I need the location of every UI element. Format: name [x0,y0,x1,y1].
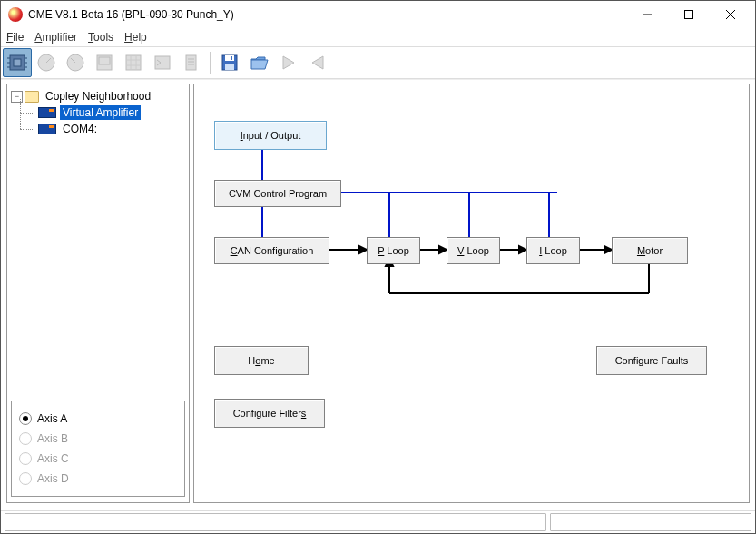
axis-a[interactable]: Axis A [19,409,177,429]
configure-faults-button[interactable]: Configure Faults [596,346,707,375]
radio-off-icon [19,432,32,445]
svg-rect-23 [155,56,170,69]
axis-b: Axis B [19,429,177,449]
home-button[interactable]: Home [214,346,309,375]
tree-root-label: Copley Neighborhood [43,89,153,104]
status-slot-2 [550,513,751,531]
toolbar-scope-icon [119,48,148,77]
port-icon [38,124,56,134]
toolbar-play-icon [273,48,302,77]
svg-rect-33 [231,56,232,60]
axis-d: Axis D [19,469,177,489]
device-tree[interactable]: − Copley Neighborhood Virtual Amplifier … [7,84,189,395]
app-icon [8,7,23,22]
amplifier-icon [38,107,56,118]
tree-root[interactable]: − Copley Neighborhood [9,88,187,104]
svg-marker-41 [359,246,367,253]
block-can-config[interactable]: CAN Configuration [214,237,329,264]
toolbar-gauge2-icon [61,48,90,77]
toolbar-doc-icon [177,48,206,77]
block-cvm[interactable]: CVM Control Program [214,180,341,207]
folder-icon [25,91,39,103]
tree-item-com4[interactable]: COM4: [36,121,187,137]
axis-selector: Axis A Axis B Axis C Axis D [11,400,185,497]
block-motor[interactable]: Motor [612,237,688,264]
tree-item-label: Virtual Amplifier [60,105,141,120]
toolbar-open-icon[interactable] [244,48,273,77]
toolbar-back-icon [302,48,331,77]
svg-rect-17 [99,57,110,64]
maximize-button[interactable] [668,1,710,28]
status-slot-1 [5,513,546,531]
svg-rect-31 [225,55,234,61]
toolbar-save-icon[interactable] [215,48,244,77]
configure-filters-button[interactable]: Configure Filters [214,399,325,428]
menu-amplifier[interactable]: Amplifier [34,31,77,44]
axis-c: Axis C [19,449,177,469]
radio-off-icon [19,452,32,465]
menu-file[interactable]: File [6,31,24,44]
block-i-loop[interactable]: I Loop [526,237,580,264]
toolbar-separator [208,52,213,74]
status-bar [1,510,755,533]
svg-rect-26 [186,55,196,70]
toolbar-panel-icon [90,48,119,77]
svg-marker-43 [439,246,447,253]
svg-rect-5 [14,59,21,66]
tree-item-virtual-amplifier[interactable]: Virtual Amplifier [36,104,187,121]
close-button[interactable] [710,1,751,28]
window-title: CME V8.1 Beta 16 (BPL-090-30 Punch_Y) [28,8,626,21]
menu-tools[interactable]: Tools [88,31,113,44]
radio-on-icon [19,412,32,425]
toolbar-gauge1-icon [32,48,61,77]
svg-rect-18 [126,55,141,70]
svg-rect-1 [685,11,693,19]
block-p-loop[interactable]: P Loop [367,237,420,264]
radio-off-icon [19,472,32,485]
toolbar-chip-icon[interactable] [3,48,32,77]
svg-marker-47 [604,246,612,253]
svg-marker-45 [519,246,526,253]
menu-file-rest: ile [13,31,24,44]
minimize-button[interactable] [626,1,668,28]
block-input-output[interactable]: Input / Output [214,121,327,150]
menu-help[interactable]: Help [124,31,147,44]
tree-item-label: COM4: [60,122,100,136]
toolbar-console-icon [148,48,177,77]
block-v-loop[interactable]: V Loop [447,237,500,264]
svg-rect-32 [225,64,234,70]
collapse-icon[interactable]: − [11,91,23,103]
